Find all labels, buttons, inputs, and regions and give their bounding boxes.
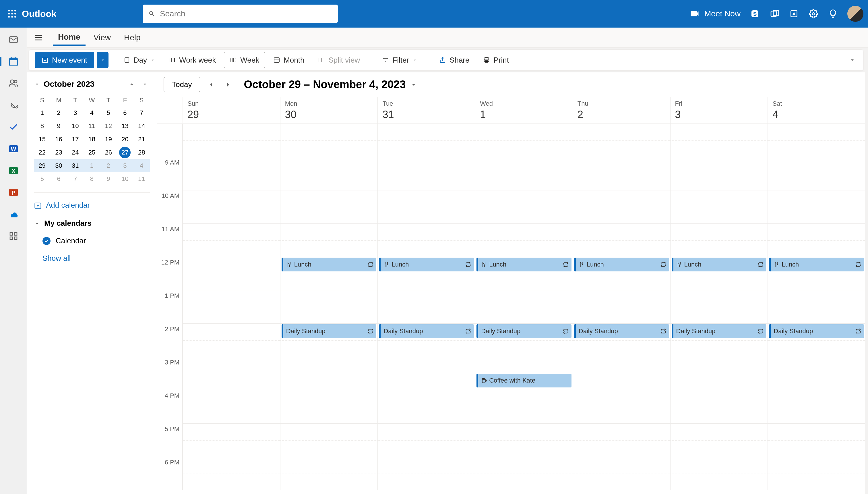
calendar-event[interactable]: Lunch — [574, 258, 669, 271]
day-column-header[interactable]: Sat4 — [768, 97, 865, 124]
calendar-checkbox[interactable] — [42, 237, 51, 245]
share-button[interactable]: Share — [433, 52, 475, 68]
mini-cal-day[interactable]: 3 — [117, 159, 134, 172]
hour-cell[interactable] — [280, 157, 378, 190]
mini-cal-day[interactable]: 9 — [100, 172, 117, 186]
hour-cell[interactable] — [182, 424, 280, 457]
mini-cal-day[interactable]: 16 — [51, 133, 67, 146]
day-column-header[interactable]: Fri3 — [670, 97, 768, 124]
tab-home[interactable]: Home — [53, 30, 85, 46]
hour-cell[interactable] — [280, 457, 378, 490]
print-button[interactable]: Print — [477, 52, 514, 68]
hour-cell[interactable] — [573, 457, 670, 490]
mini-cal-day[interactable]: 23 — [51, 146, 67, 159]
prev-week-button[interactable] — [205, 78, 217, 91]
hour-cell[interactable] — [280, 424, 378, 457]
teams-icon[interactable] — [769, 8, 780, 19]
calendar-event[interactable]: Daily Standup — [574, 324, 669, 338]
hour-cell[interactable] — [670, 457, 768, 490]
todo-icon[interactable] — [7, 121, 20, 133]
hour-cell[interactable] — [182, 357, 280, 390]
hour-cell[interactable] — [670, 224, 768, 257]
tips-icon[interactable] — [828, 8, 838, 19]
mini-cal-day[interactable]: 7 — [133, 106, 150, 119]
people-icon[interactable] — [7, 77, 20, 90]
mini-cal-day[interactable]: 9 — [51, 119, 67, 133]
hour-cell[interactable]: Coffee with Kate — [475, 357, 573, 390]
hour-cell[interactable]: Lunch — [280, 257, 378, 290]
hour-cell[interactable]: Daily Standup — [377, 324, 475, 357]
mini-cal-day[interactable]: 15 — [34, 133, 51, 146]
settings-icon[interactable] — [808, 8, 818, 19]
add-calendar-link[interactable]: Add calendar — [34, 196, 150, 214]
hour-cell[interactable] — [182, 257, 280, 290]
tab-view[interactable]: View — [88, 30, 116, 45]
hour-cell[interactable] — [768, 357, 865, 390]
hour-cell[interactable]: Lunch — [573, 257, 670, 290]
hour-cell[interactable] — [573, 390, 670, 424]
files-icon[interactable] — [7, 99, 20, 111]
mini-cal-day[interactable]: 7 — [67, 172, 83, 186]
hour-cell[interactable] — [475, 224, 573, 257]
hour-cell[interactable] — [573, 424, 670, 457]
hour-cell[interactable]: Lunch — [475, 257, 573, 290]
mini-cal-day[interactable]: 26 — [100, 146, 117, 159]
hour-cell[interactable]: Lunch — [670, 257, 768, 290]
hour-cell[interactable] — [670, 424, 768, 457]
hour-cell[interactable] — [280, 224, 378, 257]
mini-cal-day[interactable]: 11 — [83, 119, 100, 133]
hour-cell[interactable]: Daily Standup — [280, 324, 378, 357]
mini-cal-day[interactable]: 1 — [34, 106, 51, 119]
hour-cell[interactable] — [768, 290, 865, 324]
mini-cal-prev[interactable] — [127, 79, 137, 89]
calendar-event[interactable]: Lunch — [476, 258, 572, 271]
hour-cell[interactable] — [475, 290, 573, 324]
hour-cell[interactable] — [182, 124, 280, 157]
mini-cal-day[interactable]: 30 — [51, 159, 67, 172]
collapse-ribbon-icon[interactable] — [847, 55, 857, 65]
day-column-header[interactable]: Wed1 — [475, 97, 573, 124]
hour-cell[interactable] — [182, 190, 280, 224]
hour-cell[interactable] — [182, 324, 280, 357]
mini-cal-day[interactable]: 5 — [34, 172, 51, 186]
hour-cell[interactable] — [182, 157, 280, 190]
show-all-link[interactable]: Show all — [34, 249, 150, 267]
mini-cal-day[interactable]: 12 — [100, 119, 117, 133]
mini-cal-day[interactable]: 18 — [83, 133, 100, 146]
hour-cell[interactable] — [573, 224, 670, 257]
onedrive-icon[interactable] — [7, 208, 20, 221]
hour-cell[interactable] — [670, 390, 768, 424]
hour-cell[interactable] — [475, 424, 573, 457]
calendar-event[interactable]: Daily Standup — [769, 324, 864, 338]
mini-cal-day[interactable]: 1 — [83, 159, 100, 172]
calendar-event[interactable]: Daily Standup — [379, 324, 474, 338]
hour-cell[interactable] — [377, 357, 475, 390]
mini-cal-day[interactable]: 31 — [67, 159, 83, 172]
hour-cell[interactable] — [280, 290, 378, 324]
mini-cal-day[interactable]: 2 — [51, 106, 67, 119]
hour-cell[interactable] — [573, 190, 670, 224]
day-column-header[interactable]: Thu2 — [573, 97, 670, 124]
mini-cal-day[interactable]: 4 — [83, 106, 100, 119]
calendar-event[interactable]: Daily Standup — [281, 324, 377, 338]
mini-cal-day[interactable]: 21 — [133, 133, 150, 146]
new-event-button[interactable]: New event — [35, 52, 94, 68]
mini-cal-day[interactable]: 5 — [100, 106, 117, 119]
hour-cell[interactable] — [573, 157, 670, 190]
mini-cal-day[interactable]: 19 — [100, 133, 117, 146]
date-range-title[interactable]: October 29 – November 4, 2023 — [244, 78, 417, 91]
calendar-list-item[interactable]: Calendar — [34, 232, 150, 249]
hour-cell[interactable] — [182, 457, 280, 490]
hour-cell[interactable] — [573, 124, 670, 157]
split-view-button[interactable]: Split view — [312, 52, 366, 68]
hour-cell[interactable] — [182, 290, 280, 324]
hour-cell[interactable] — [280, 390, 378, 424]
calendar-event[interactable]: Lunch — [379, 258, 474, 271]
hamburger-icon[interactable] — [33, 32, 44, 43]
hour-cell[interactable] — [670, 190, 768, 224]
mail-icon[interactable] — [7, 33, 20, 46]
mini-cal-day[interactable]: 17 — [67, 133, 83, 146]
app-launcher-icon[interactable] — [7, 8, 17, 19]
mini-cal-day[interactable]: 14 — [133, 119, 150, 133]
work-week-view-button[interactable]: Work week — [163, 52, 222, 68]
